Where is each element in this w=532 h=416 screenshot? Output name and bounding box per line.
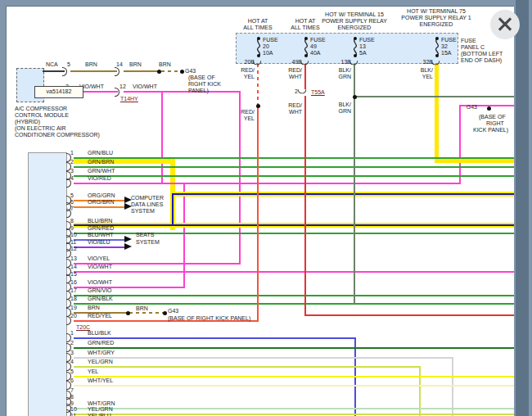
wire-label: BLK/: [339, 67, 351, 74]
power-source-header: HOT AT: [295, 18, 316, 25]
wire-segment: [74, 166, 532, 168]
connector-arc-icon: [115, 67, 119, 76]
pin-number: 8: [70, 218, 74, 224]
wire-label: 32B: [423, 59, 433, 66]
junction-dot: [353, 95, 357, 99]
pin-number: 7: [70, 387, 74, 394]
wire-label: WHT: [289, 74, 302, 80]
wire-label: RED/: [241, 109, 255, 115]
fuse-label: 49: [310, 43, 317, 50]
wire-label: DATA LINES: [131, 201, 163, 208]
pin-wire-label: YEL/BLU: [88, 413, 111, 416]
connector-box: [28, 152, 67, 416]
fuse-label: 13: [359, 43, 366, 50]
fuse-label: 20: [263, 43, 269, 50]
wire-segment: [257, 105, 259, 322]
fuse-label: FUSE: [263, 37, 278, 43]
pin-number: 20: [70, 313, 77, 319]
pin-number: 4: [70, 175, 74, 182]
system-arrow-icon: [124, 243, 132, 250]
pin-wire-label: VIO/RED: [88, 175, 111, 182]
wire-label: BRN: [129, 61, 142, 68]
module-caption-line: (HYBRID): [15, 119, 100, 125]
connector-name-link[interactable]: T20C: [76, 324, 90, 331]
fuse-panel-label-line: (BOTTOM LEFT: [461, 51, 503, 57]
pin-number: 19: [70, 305, 77, 311]
wire-label: BLK/: [339, 102, 351, 108]
wire-segment: [70, 70, 117, 72]
wire-label: GRN: [338, 74, 351, 80]
wire-segment: [435, 64, 439, 163]
wire-segment: [74, 357, 453, 359]
pin-number: 3: [70, 168, 74, 174]
pin-wire-label: BLU/BLK: [88, 330, 111, 337]
wire-segment: [74, 175, 532, 177]
pin-wire-label: BRN: [88, 305, 100, 311]
pin-wire-label: VIO/YEL: [88, 255, 110, 262]
wire-label: (BASE OF: [479, 114, 506, 120]
wire-segment: [304, 314, 532, 316]
wire-segment: [74, 347, 532, 349]
pin-wire-label: YEL/GRN: [88, 406, 113, 413]
wire-label: G43: [168, 308, 178, 314]
wire-label: WHT: [289, 109, 302, 115]
pin-number: 11: [70, 413, 76, 416]
power-source-header: ENERGIZED: [338, 25, 372, 31]
pin-number: 17: [70, 287, 77, 294]
power-source-header: ALL TIMES: [243, 25, 272, 31]
pin-number: 2: [70, 340, 74, 346]
wire-segment: [43, 70, 65, 72]
wire-segment: [161, 91, 163, 184]
wire-label: 2: [295, 88, 298, 95]
wire-segment: [74, 271, 529, 273]
wire-segment: [459, 105, 461, 184]
frame-top: [0, 0, 532, 6]
wire-label: G43: [467, 104, 477, 111]
fuse-icon: [432, 36, 442, 57]
pin-number: 1: [70, 330, 74, 337]
pin-number: 7: [70, 206, 74, 212]
pin-number: 6: [70, 199, 74, 206]
wire-segment: [74, 408, 532, 409]
fuse-label: FUSE: [310, 37, 326, 43]
wire-segment: [74, 183, 461, 184]
wire-label: 20B: [245, 59, 255, 66]
wire-segment: [74, 295, 532, 296]
fuse-icon: [254, 36, 264, 57]
connector-link[interactable]: T55A: [311, 89, 325, 96]
wire-segment: [74, 206, 124, 208]
scrollbar-strip[interactable]: [516, 0, 529, 416]
wire-label: SYSTEM: [131, 208, 155, 215]
pin-number: 16: [70, 279, 77, 286]
wire-label: SYSTEM: [136, 239, 160, 246]
wire-label: BRN: [159, 61, 171, 68]
fuse-label: 40A: [310, 50, 320, 57]
wire-segment: [124, 91, 241, 93]
wire-segment: [74, 157, 532, 159]
tooltip-va514182: va514182: [34, 86, 83, 98]
connector-link[interactable]: T14HY: [120, 96, 138, 102]
power-source-header: POWER SUPPLY RELAY: [322, 18, 387, 25]
wire-label: 13B: [341, 59, 351, 66]
wire-segment: [172, 193, 174, 226]
pin-number: 6: [70, 378, 74, 384]
wire-segment: [74, 224, 532, 226]
pin-wire-label: ORG/GRN: [88, 192, 115, 199]
wiring-diagram-viewer: A/C COMPRESSORCONTROL MODULE(HYBRID)(ON …: [0, 0, 532, 416]
wire-label: RIGHT KICK: [188, 81, 221, 88]
pin-wire-label: GRN/BLU: [88, 150, 113, 156]
power-source-header: HOT W/ TERMINAL 75: [407, 8, 466, 15]
wire-label: COMPUTER: [131, 195, 164, 201]
pin-wire-label: RED/YEL: [88, 313, 112, 319]
wire-label: SEATS: [136, 232, 154, 238]
pin-wire-label: ORG/BRN: [88, 199, 115, 206]
module-caption-line: (ON ELECTRIC AIR: [15, 125, 100, 132]
wire-label: NCA: [46, 61, 58, 68]
module-caption-line: CONDITIONER COMPRESSOR): [15, 132, 100, 138]
wire-label: YEL: [244, 115, 255, 122]
pin-wire-label: VIO/WHT: [88, 264, 112, 270]
wire-label: G43: [185, 68, 196, 75]
frame-inner-edge-left: [6, 6, 7, 416]
fuse-panel-label: FUSEPANEL C(BOTTOM LEFTEND OF DASH): [461, 38, 503, 64]
close-button[interactable]: [490, 10, 520, 39]
